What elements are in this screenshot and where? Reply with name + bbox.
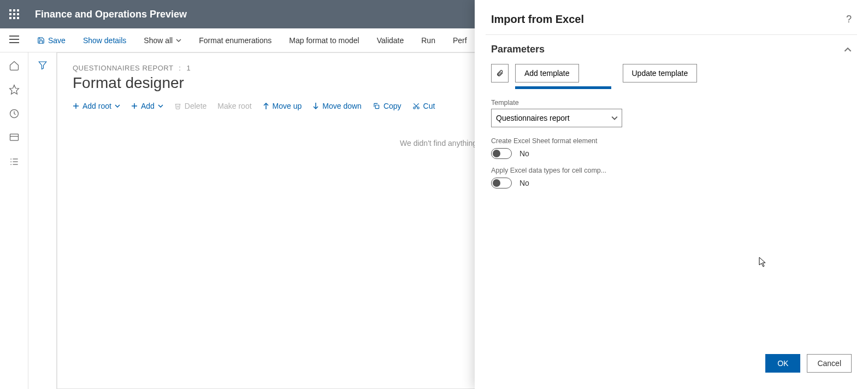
make-root-button[interactable]: Make root [217, 102, 251, 110]
parameters-section-header[interactable]: Parameters [475, 35, 868, 60]
svg-rect-1 [13, 9, 15, 11]
add-root-button[interactable]: Add root [73, 102, 120, 110]
ok-button[interactable]: OK [765, 354, 800, 373]
attachment-button[interactable] [491, 64, 509, 82]
validate-button[interactable]: Validate [368, 28, 413, 52]
show-details-button[interactable]: Show details [74, 28, 135, 52]
chevron-down-icon [158, 104, 163, 108]
cancel-button[interactable]: Cancel [807, 354, 852, 373]
move-up-button[interactable]: Move up [263, 102, 302, 110]
plus-icon [131, 103, 138, 109]
run-button[interactable]: Run [412, 28, 444, 52]
svg-rect-6 [9, 17, 11, 19]
panel-title: Import from Excel [491, 13, 584, 26]
filter-icon[interactable] [38, 60, 48, 70]
svg-rect-28 [375, 105, 379, 108]
show-all-button[interactable]: Show all [135, 28, 190, 52]
map-format-to-model-button[interactable]: Map format to model [280, 28, 368, 52]
move-down-button[interactable]: Move down [312, 102, 362, 110]
chevron-up-icon [844, 47, 852, 52]
svg-rect-2 [17, 9, 19, 11]
star-icon[interactable] [9, 84, 20, 95]
create-sheet-toggle[interactable] [491, 148, 512, 159]
selection-underline [515, 86, 611, 89]
workspace-icon[interactable] [9, 132, 20, 143]
trash-icon [174, 102, 181, 110]
update-template-button[interactable]: Update template [623, 64, 698, 82]
add-button[interactable]: Add [131, 102, 163, 110]
parameters-title: Parameters [491, 44, 545, 55]
app-title: Finance and Operations Preview [35, 9, 187, 20]
create-sheet-value: No [519, 149, 529, 158]
svg-marker-21 [39, 62, 46, 69]
perf-button[interactable]: Perf [444, 28, 476, 52]
modules-icon[interactable] [9, 156, 20, 167]
svg-marker-11 [9, 85, 19, 95]
app-launcher-button[interactable] [0, 9, 28, 19]
filter-rail [28, 52, 57, 389]
create-sheet-label: Create Excel Sheet format element [491, 137, 852, 145]
help-icon[interactable]: ? [846, 14, 852, 25]
hamburger-icon [9, 36, 19, 43]
apply-types-label: Apply Excel data types for cell comp... [491, 167, 852, 174]
parameters-body: Add template Update template Template Qu… [475, 60, 868, 201]
waffle-icon [9, 9, 19, 19]
add-template-button[interactable]: Add template [515, 64, 579, 82]
apply-types-value: No [519, 179, 529, 187]
left-nav-rail [0, 52, 28, 389]
import-from-excel-panel: Import from Excel ? Parameters Add templ… [475, 0, 868, 389]
svg-rect-4 [13, 13, 15, 15]
save-button[interactable]: Save [28, 28, 74, 52]
plus-icon [73, 103, 79, 109]
format-enumerations-button[interactable]: Format enumerations [190, 28, 280, 52]
arrow-down-icon [312, 102, 319, 110]
svg-rect-0 [9, 9, 11, 11]
recent-icon[interactable] [9, 108, 20, 119]
paperclip-icon [496, 68, 504, 78]
svg-rect-5 [17, 13, 19, 15]
save-icon [37, 37, 45, 44]
cut-icon [412, 102, 420, 110]
svg-rect-3 [9, 13, 11, 15]
svg-rect-8 [17, 17, 19, 19]
home-icon[interactable] [9, 60, 20, 71]
copy-icon [373, 102, 380, 110]
nav-toggle-button[interactable] [0, 36, 28, 45]
apply-types-toggle[interactable] [491, 178, 512, 188]
template-select[interactable]: Questionnaires report [491, 109, 622, 127]
template-field-label: Template [491, 99, 852, 107]
copy-button[interactable]: Copy [373, 102, 401, 110]
chevron-down-icon [115, 104, 120, 108]
cut-button[interactable]: Cut [412, 102, 435, 110]
svg-rect-13 [10, 134, 18, 140]
delete-button[interactable]: Delete [174, 102, 206, 110]
chevron-down-icon [176, 38, 181, 43]
svg-rect-7 [13, 17, 15, 19]
arrow-up-icon [263, 102, 269, 110]
